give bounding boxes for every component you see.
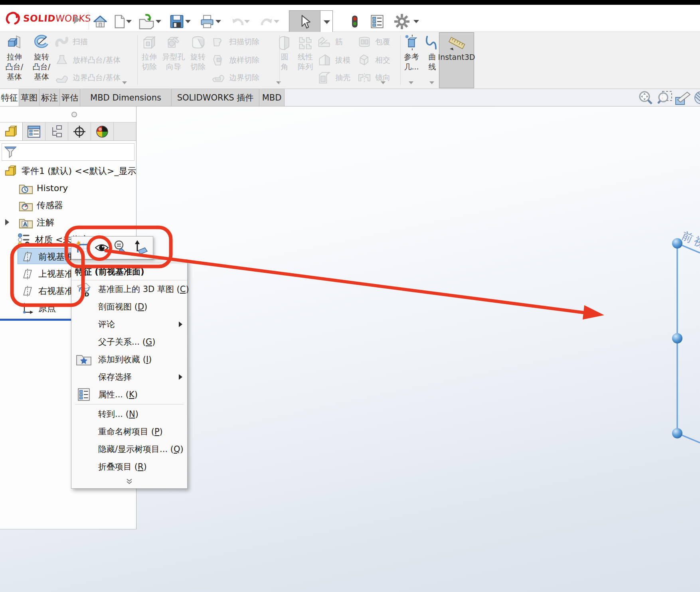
open-icon bbox=[138, 14, 155, 30]
menu-item-go-to[interactable]: 转到... (N) bbox=[71, 405, 187, 423]
extruded-cut-button[interactable]: 拉伸 切除 bbox=[138, 34, 160, 72]
tab-dimxpert[interactable] bbox=[68, 122, 91, 140]
tab-mbd[interactable]: MBD bbox=[259, 89, 285, 106]
plane-midpoint-handle[interactable] bbox=[672, 333, 682, 343]
svg-text:A: A bbox=[23, 221, 27, 227]
menu-item-properties[interactable]: 属性... (K) bbox=[71, 386, 187, 403]
linear-pattern-button[interactable]: 线性 阵列 bbox=[295, 34, 316, 72]
draft-button[interactable]: 拔模 bbox=[317, 52, 350, 69]
group3-expand-arrow-icon[interactable] bbox=[381, 81, 386, 84]
hole-wizard-button[interactable]: 异型孔 向导 bbox=[161, 34, 186, 72]
wrap-button[interactable]: 包覆 bbox=[357, 34, 390, 50]
lofted-cut-button[interactable]: 放样切除 bbox=[211, 52, 259, 69]
options-button[interactable] bbox=[393, 10, 411, 33]
zoom-fit-button[interactable] bbox=[638, 90, 654, 106]
refgeo-dropdown-icon[interactable] bbox=[409, 81, 413, 84]
tab-evaluate[interactable]: 评估 bbox=[60, 89, 80, 106]
zoom-to-selection-button[interactable] bbox=[113, 239, 129, 256]
view-settings-button[interactable] bbox=[693, 90, 700, 106]
redo-dropdown[interactable] bbox=[274, 20, 279, 23]
plane-corner-handle[interactable] bbox=[672, 428, 682, 438]
menu-item-parent-child[interactable]: 父子关系... (G) bbox=[71, 333, 187, 351]
menu-item-3d-sketch-on-plane[interactable]: 3D 基准面上的 3D 草图 (C) bbox=[71, 280, 187, 298]
reference-geometry-button[interactable]: 参考 几... bbox=[401, 34, 422, 72]
tree-filter-input[interactable] bbox=[2, 143, 134, 161]
hole-wizard-icon bbox=[164, 34, 183, 52]
options-list-button[interactable] bbox=[368, 10, 386, 33]
tab-configuration-manager[interactable] bbox=[45, 122, 68, 140]
select-tool-pressed[interactable] bbox=[289, 11, 320, 34]
extruded-boss-button[interactable]: 拉伸 凸台/ 基体 bbox=[1, 34, 28, 82]
lofted-boss-button[interactable]: 放样凸台/基体 bbox=[54, 52, 121, 69]
expander-icon[interactable] bbox=[5, 219, 9, 225]
zoom-area-icon bbox=[657, 90, 673, 106]
menu-item-comment[interactable]: 评论 bbox=[71, 316, 187, 333]
mirror-icon bbox=[357, 70, 372, 85]
zoom-area-button[interactable] bbox=[657, 90, 673, 106]
wrap-icon bbox=[357, 34, 372, 49]
group1-expand-arrow-icon[interactable] bbox=[122, 81, 127, 84]
lights-button[interactable] bbox=[346, 10, 364, 33]
group2-expand-arrow-icon[interactable] bbox=[276, 81, 281, 84]
menu-item-save-selection[interactable]: 保存选择 bbox=[71, 368, 187, 386]
zoom-to-selection-icon bbox=[113, 240, 129, 256]
configuration-manager-icon bbox=[49, 125, 64, 138]
context-menu-header: 特征 (前视基准面) bbox=[71, 263, 187, 280]
fillet-button[interactable]: 圆 角 bbox=[275, 34, 294, 72]
toolbar-expand-arrow-icon[interactable] bbox=[74, 15, 80, 24]
rib-button[interactable]: 筋 bbox=[317, 34, 343, 50]
menu-item-collapse-items[interactable]: 折叠项目 (R) bbox=[71, 458, 187, 476]
curves-dropdown-icon[interactable] bbox=[429, 81, 434, 84]
menu-item-hide-show-tree-items[interactable]: 隐藏/显示树项目... (Q) bbox=[71, 440, 187, 458]
tab-features[interactable]: 特征 bbox=[0, 89, 19, 106]
tab-mbd-dimensions[interactable]: MBD Dimensions bbox=[80, 89, 172, 106]
features-ribbon: 拉伸 凸台/ 基体 旋转 凸台/ 基体 扫描 放样凸台/基体 bbox=[0, 32, 700, 89]
hide-show-button[interactable] bbox=[94, 239, 110, 256]
new-document-dropdown[interactable] bbox=[126, 20, 132, 23]
open-dropdown[interactable] bbox=[156, 20, 161, 23]
tab-markup[interactable]: 标注 bbox=[40, 89, 60, 106]
save-dropdown[interactable] bbox=[185, 20, 191, 23]
tree-item-history[interactable]: History bbox=[0, 180, 136, 197]
home-button[interactable] bbox=[91, 10, 109, 33]
shell-icon bbox=[317, 70, 332, 85]
normal-to-button[interactable] bbox=[132, 239, 148, 256]
tab-sketch[interactable]: 草图 bbox=[19, 89, 40, 106]
sweep-button[interactable]: 扫描 bbox=[54, 34, 88, 50]
print-button[interactable] bbox=[198, 10, 216, 33]
context-menu: 特征 (前视基准面) 3D 基准面上的 3D 草图 (C) 剖面视图 (D) 评… bbox=[71, 259, 188, 489]
menu-expand-chevron[interactable] bbox=[71, 476, 187, 487]
swept-cut-button[interactable]: 扫描切除 bbox=[211, 34, 259, 50]
tree-item-sensors[interactable]: 传感器 bbox=[0, 197, 136, 214]
instant3d-button[interactable]: Instant3D bbox=[439, 32, 474, 88]
options-dropdown[interactable] bbox=[413, 20, 419, 23]
print-dropdown[interactable] bbox=[216, 20, 221, 23]
boundary-boss-button[interactable]: 边界凸台/基体 bbox=[54, 69, 121, 86]
tab-property-manager[interactable] bbox=[23, 122, 45, 140]
menu-item-section-view[interactable]: 剖面视图 (D) bbox=[71, 298, 187, 316]
section-view-button[interactable] bbox=[674, 90, 690, 106]
tab-featuremanager-tree[interactable] bbox=[0, 122, 23, 140]
revolved-boss-button[interactable]: 旋转 凸台/ 基体 bbox=[28, 34, 55, 82]
undo-dropdown[interactable] bbox=[244, 20, 250, 23]
tree-item-part-root[interactable]: 零件1 (默认) <<默认>_显示状 bbox=[0, 162, 136, 180]
shell-button[interactable]: 抽壳 bbox=[317, 69, 350, 86]
menu-item-add-to-favorites[interactable]: 添加到收藏 (I) bbox=[71, 351, 187, 368]
save-button[interactable] bbox=[168, 10, 186, 33]
open-button[interactable] bbox=[137, 10, 156, 33]
tree-item-annotations[interactable]: A 注解 bbox=[0, 214, 136, 231]
eye-icon bbox=[94, 242, 109, 254]
extruded-cut-icon bbox=[140, 34, 158, 52]
panel-splitter-grip[interactable] bbox=[71, 112, 77, 117]
intersect-button[interactable]: 相交 bbox=[357, 52, 390, 69]
select-tool-dropdown[interactable] bbox=[324, 20, 330, 24]
fillet-icon bbox=[275, 34, 294, 52]
tab-solidworks-addins[interactable]: SOLIDWORKS 插件 bbox=[172, 89, 259, 106]
select-tool-button[interactable] bbox=[289, 10, 333, 34]
menu-item-rename-tree-item[interactable]: 重命名树项目 (P) bbox=[71, 423, 187, 440]
boundary-cut-button[interactable]: 边界切除 bbox=[211, 69, 259, 86]
submenu-arrow-icon bbox=[179, 322, 182, 327]
sketch-button[interactable] bbox=[75, 239, 91, 256]
revolved-cut-button[interactable]: 旋转 切除 bbox=[187, 34, 209, 72]
tab-display-manager[interactable] bbox=[91, 122, 114, 140]
